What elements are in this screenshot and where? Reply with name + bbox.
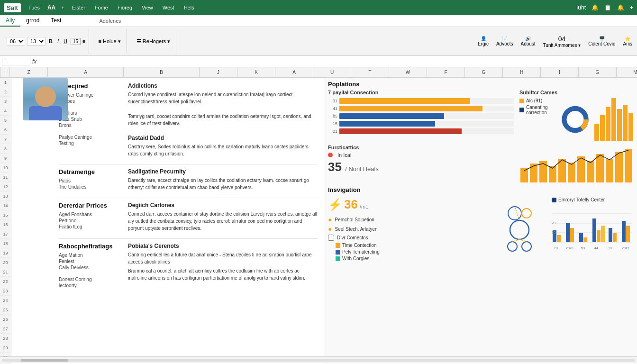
col-header-f1[interactable]: F xyxy=(427,67,465,77)
tab-aa[interactable]: AA xyxy=(47,4,55,11)
svg-point-15 xyxy=(508,207,521,220)
rnum-9: 9 xyxy=(0,154,11,163)
col-header-h[interactable]: H xyxy=(503,67,541,77)
reholgers-btn[interactable]: ☰ ReHogers ▾ xyxy=(134,37,173,46)
sublltcr-legend: Alc (91) Canenting correction xyxy=(519,98,556,117)
app-brand: Salt xyxy=(4,3,21,12)
bar-chart-title: 7 payilal Consection xyxy=(328,90,514,95)
col-header-t[interactable]: T xyxy=(351,67,389,77)
grouped-bar-section: Emroryl Tofelly Center xyxy=(552,197,633,263)
ergic-btn[interactable]: 👤 Ergic xyxy=(477,35,490,47)
rnum-10: 10 xyxy=(0,163,11,173)
rnum-21: 21 xyxy=(0,267,11,277)
divider-3 xyxy=(59,238,318,239)
holue-btn[interactable]: ≡ Holue ▾ xyxy=(96,37,124,46)
section-2-left: Detramerige Piaos Trie Undalies xyxy=(59,168,120,193)
text-row2: Tomrlyg rarri, cocoet condnirs collterl … xyxy=(128,113,318,127)
scroll-track xyxy=(2,359,635,362)
ribbon-tab-bar: Ally grrod Test Adofencs xyxy=(0,15,637,27)
tab-tues[interactable]: Tues xyxy=(27,4,42,11)
insvigation-section: Insvigation ⚡ 36 /m1 ● xyxy=(328,186,633,263)
formula-input[interactable] xyxy=(38,58,635,65)
tunit-btn[interactable]: 04 Tunit Ammomes ▾ xyxy=(542,34,582,49)
share-icon[interactable]: 🔔 xyxy=(617,4,624,11)
scroll-thumb[interactable] xyxy=(21,359,68,362)
add-icon[interactable]: + xyxy=(630,4,633,11)
colent-btn[interactable]: 🖥️ Colent Covid xyxy=(587,35,616,47)
format-group: ☰ ReHogers ▾ xyxy=(131,29,177,54)
clipboard-icon[interactable]: 📋 xyxy=(604,4,611,11)
section-2: Detramerige Piaos Trie Undalies Sadligat… xyxy=(59,168,318,193)
anis-btn[interactable]: ⭐ Anis xyxy=(622,35,633,47)
text-row6b: Branmo cal a oconel, a citch alt aernlio… xyxy=(128,267,318,282)
svg-text:2012: 2012 xyxy=(622,246,629,250)
adoust-icon: 🔊 xyxy=(525,36,531,41)
bar-track-5 xyxy=(339,128,514,134)
col-header-w[interactable]: W xyxy=(389,67,427,77)
tab-eister[interactable]: Eister xyxy=(70,4,87,11)
sublltcr-bar-6 xyxy=(623,105,628,141)
grid-content[interactable]: Pylecjired Pievver Caninge Sunbes Fumlia… xyxy=(11,78,637,364)
cell-reference[interactable] xyxy=(2,58,30,65)
notification-icon[interactable]: 🔔 xyxy=(592,4,599,11)
avatar-shirt xyxy=(29,106,62,120)
tab-fioreg[interactable]: Fioreg xyxy=(116,4,134,11)
svg-rect-37 xyxy=(613,233,617,242)
advocts-btn[interactable]: 📄 Advocts xyxy=(495,35,514,47)
col-header-m[interactable]: M xyxy=(617,67,637,77)
col-header-u[interactable]: U xyxy=(313,67,351,77)
font-size-1-select[interactable]: 06 xyxy=(7,37,25,46)
label-pertionol: Pertionol xyxy=(59,218,120,223)
tab-west[interactable]: West xyxy=(161,4,176,11)
bar-row-1: 31 xyxy=(328,98,514,104)
insvigation-right: Emroryl Tofelly Center xyxy=(500,197,633,263)
furcticattics-title: Furcticattics xyxy=(328,145,514,150)
tab-fome[interactable]: Fome xyxy=(93,4,110,11)
section-3: Dererdar Prrices Aged Fonshans Pertionol… xyxy=(59,202,318,234)
tab-hels[interactable]: Hels xyxy=(182,4,196,11)
content-overlay: Pylecjired Pievver Caninge Sunbes Fumlia… xyxy=(11,78,637,364)
number-field[interactable]: 15 xyxy=(71,38,81,45)
label-dasz: Dasz Snub xyxy=(59,117,120,122)
italic-btn[interactable]: I xyxy=(56,37,60,45)
ribbon-tab-grrod[interactable]: grrod xyxy=(20,15,45,27)
underline-btn[interactable]: U xyxy=(62,37,69,45)
col-header-j[interactable]: J xyxy=(200,67,237,77)
horizontal-scrollbar[interactable] xyxy=(0,356,637,363)
inv-item2-row: ● Seel Stech. Arlatyen xyxy=(328,225,495,233)
col-header-b[interactable]: B xyxy=(124,67,200,77)
inv-legend-2-color xyxy=(336,250,340,255)
ribbon-tab-ally[interactable]: Ally xyxy=(0,15,20,27)
bar-track-3 xyxy=(339,113,514,119)
legend-correction-label: Canenting correction xyxy=(526,105,556,115)
inv-checkbox[interactable] xyxy=(328,235,334,241)
adoust-btn[interactable]: 🔊 Adoust xyxy=(519,35,536,47)
legend-correction-color xyxy=(519,108,524,112)
col-header-g2[interactable]: G xyxy=(579,67,617,77)
col-header-k[interactable]: K xyxy=(237,67,275,77)
tab-plus[interactable]: + xyxy=(61,5,64,10)
col-header-row: I Z A B J K A U T W F G H I G M F xyxy=(0,67,637,78)
rnum-14: 14 xyxy=(0,201,11,210)
col-header-g1[interactable]: G xyxy=(465,67,503,77)
bar-fill-5 xyxy=(339,128,462,134)
tab-view[interactable]: View xyxy=(140,4,155,11)
col-header-z[interactable]: Z xyxy=(10,67,48,77)
svg-text:10: 10 xyxy=(552,231,555,234)
bold-btn[interactable]: B xyxy=(47,37,54,45)
label-donest: Donest Corning xyxy=(59,277,120,282)
merge-group: ≡ Holue ▾ xyxy=(93,29,127,54)
bar-fill-1 xyxy=(339,98,470,104)
col-header-a1[interactable]: A xyxy=(48,67,124,77)
col-header-a2[interactable]: A xyxy=(275,67,313,77)
inv-legend-3-color xyxy=(336,256,340,261)
furcticattics-section: Furcticattics In Ical 35 / Noril Heals xyxy=(328,145,514,182)
grouped-legend: Emroryl Tofelly Center xyxy=(552,197,633,202)
inv-checkbox-label: Divr Comectos xyxy=(337,235,368,240)
col-header-i2[interactable]: I xyxy=(541,67,579,77)
furcticattics-sub: / Noril Heals xyxy=(345,165,379,173)
col-header-i[interactable]: I xyxy=(0,67,10,77)
font-size-2-select[interactable]: 13 xyxy=(27,37,46,46)
legend-correction: Canenting correction xyxy=(519,105,556,115)
ribbon-tab-test[interactable]: Test xyxy=(45,15,67,27)
